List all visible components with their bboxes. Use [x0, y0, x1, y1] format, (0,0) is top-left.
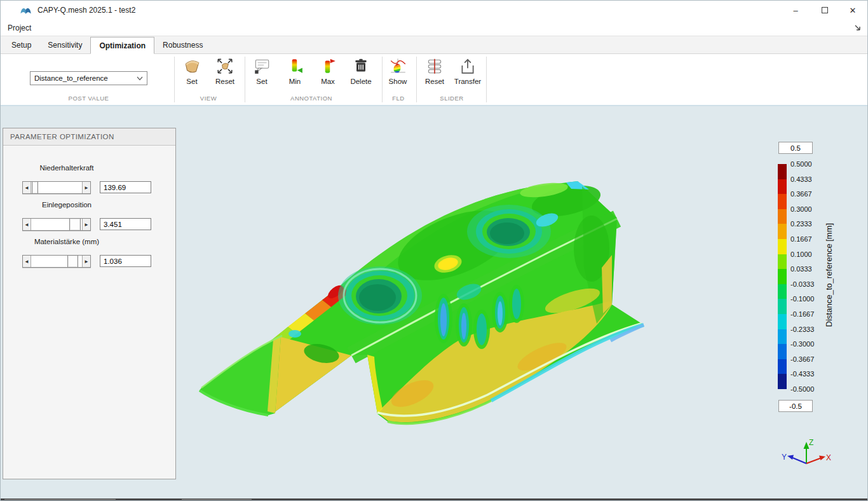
group-label-fld: FLD	[383, 95, 414, 102]
legend-title: Distance_to_reference [mm]	[824, 199, 834, 352]
axis-x-label: X	[826, 453, 831, 462]
slider-transfer-button[interactable]: Transfer	[451, 55, 484, 92]
delete-trash-icon	[352, 57, 370, 75]
tab-optimization[interactable]: Optimization	[90, 37, 154, 54]
minimize-icon: –	[793, 6, 797, 15]
screen-bottom-strip	[1, 498, 867, 500]
post-value-dropdown[interactable]: Distance_to_reference	[30, 71, 147, 85]
menu-project[interactable]: Project	[1, 20, 38, 36]
legend-tick: 0.1000	[790, 250, 814, 259]
maximize-icon	[822, 7, 828, 13]
chevron-down-icon	[137, 76, 143, 81]
close-button[interactable]: ✕	[838, 1, 867, 20]
tab-sensitivity[interactable]: Sensitivity	[39, 36, 90, 53]
annotation-max-button[interactable]: Max	[313, 55, 343, 92]
application-window: CAPY-Q.mesh 2025.1 - test2 – ✕ Project S…	[0, 0, 868, 501]
legend-min-input[interactable]	[778, 400, 813, 412]
group-label-annotation: ANNOTATION	[247, 95, 376, 102]
materialstaerke-slider[interactable]: ◄ ►	[22, 255, 91, 268]
slider-thumb[interactable]	[32, 182, 38, 193]
app-logo-icon	[20, 5, 32, 16]
ribbon-toolbar: Distance_to_reference POST VALUE Set	[1, 54, 867, 106]
legend-tick-labels: 0.50000.43330.36670.30000.23330.16670.10…	[790, 160, 814, 394]
annotation-set-button[interactable]: Set	[247, 55, 277, 92]
axis-y-label: Y	[782, 453, 787, 462]
slider-left-arrow-icon[interactable]: ◄	[23, 219, 31, 230]
legend-tick: 0.3667	[790, 189, 814, 198]
group-label-slider: SLIDER	[419, 95, 484, 102]
legend-tick: 0.2333	[790, 219, 814, 228]
niederhalterkraft-slider[interactable]: ◄ ►	[22, 181, 91, 194]
slider-reset-icon	[426, 57, 444, 75]
legend-tick: 0.3000	[790, 205, 814, 214]
hole-boss-left	[344, 269, 416, 322]
view-set-button[interactable]: Set	[177, 55, 207, 92]
fld-show-icon	[389, 57, 407, 75]
ribbon-separator	[245, 57, 245, 102]
legend-tick: -0.5000	[790, 385, 814, 394]
ribbon-separator	[174, 57, 175, 102]
left-leg-flange	[200, 336, 282, 415]
hole-boss-right	[476, 209, 542, 254]
slider-right-arrow-icon[interactable]: ►	[82, 182, 90, 193]
legend-tick: 0.4333	[790, 175, 814, 184]
simulation-model[interactable]	[179, 174, 674, 447]
tab-setup[interactable]: Setup	[3, 36, 39, 53]
menu-bar: Project	[1, 20, 867, 36]
group-label-post-value: POST VALUE	[30, 95, 147, 102]
legend-tick: -0.2333	[790, 325, 814, 334]
annotation-delete-button[interactable]: Delete	[346, 55, 376, 92]
view-set-icon	[183, 57, 201, 75]
view-reset-button[interactable]: Reset	[210, 55, 240, 92]
transfer-icon	[459, 57, 477, 75]
close-icon: ✕	[850, 6, 857, 15]
annotation-set-icon	[253, 57, 271, 75]
minimize-button[interactable]: –	[781, 1, 810, 20]
param-label-einlegeposition: Einlegeposition	[16, 201, 118, 209]
slider-track[interactable]	[31, 219, 82, 230]
3d-viewport[interactable]: PARAMETER OPTIMIZATION Niederhalterkraft…	[1, 106, 868, 500]
slider-reset-button[interactable]: Reset	[419, 55, 450, 92]
einlegeposition-slider[interactable]: ◄ ►	[22, 218, 91, 231]
legend-tick: -0.0333	[790, 280, 814, 289]
axis-z-label: Z	[809, 438, 813, 447]
param-label-materialstaerke: Materialstärke (mm)	[16, 238, 118, 245]
title-bar: CAPY-Q.mesh 2025.1 - test2 – ✕	[1, 1, 867, 20]
ribbon-separator	[416, 57, 417, 102]
group-label-view: VIEW	[177, 95, 240, 102]
legend-max-input[interactable]	[778, 142, 813, 154]
legend-tick: -0.3000	[790, 340, 814, 348]
slider-thumb[interactable]	[69, 219, 81, 230]
annotation-min-button[interactable]: Min	[280, 55, 310, 92]
panel-header: PARAMETER OPTIMIZATION	[3, 128, 175, 146]
legend-tick: 0.1667	[790, 235, 814, 244]
niederhalterkraft-value-field[interactable]	[100, 181, 151, 193]
slider-left-arrow-icon[interactable]: ◄	[23, 256, 31, 267]
panel-title: PARAMETER OPTIMIZATION	[10, 133, 114, 141]
fld-show-button[interactable]: Show	[383, 55, 413, 92]
slider-right-arrow-icon[interactable]: ►	[82, 219, 90, 230]
maximize-button[interactable]	[810, 1, 839, 20]
tab-robustness[interactable]: Robustness	[154, 36, 211, 53]
axes-triad: Z X Y	[781, 438, 832, 473]
colorbar	[778, 164, 787, 389]
slider-track[interactable]	[31, 182, 82, 193]
legend-tick: 0.0333	[790, 264, 814, 273]
legend-tick: -0.1667	[790, 310, 814, 319]
param-label-niederhalterkraft: Niederhalterkraft	[16, 164, 118, 172]
parameter-optimization-panel: PARAMETER OPTIMIZATION Niederhalterkraft…	[3, 128, 176, 479]
ribbon-separator	[486, 57, 487, 102]
legend-tick: -0.3667	[790, 355, 814, 364]
annotation-max-icon	[319, 57, 337, 75]
window-title: CAPY-Q.mesh 2025.1 - test2	[37, 6, 135, 15]
collapse-ribbon-icon[interactable]	[853, 24, 862, 32]
annotation-min-icon	[286, 57, 304, 75]
einlegeposition-value-field[interactable]	[100, 218, 151, 230]
slider-track[interactable]	[31, 256, 82, 267]
slider-thumb[interactable]	[67, 256, 79, 267]
legend-tick: -0.1000	[790, 294, 814, 303]
legend-tick: 0.5000	[790, 160, 814, 168]
slider-left-arrow-icon[interactable]: ◄	[23, 182, 31, 193]
materialstaerke-value-field[interactable]	[100, 255, 151, 267]
slider-right-arrow-icon[interactable]: ►	[82, 256, 90, 267]
